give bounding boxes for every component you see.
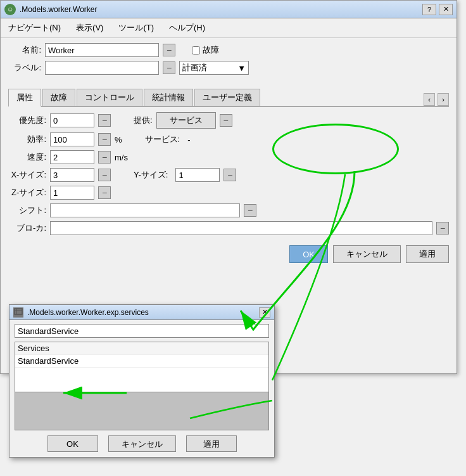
shift-input[interactable] bbox=[50, 203, 240, 217]
label-minus-btn[interactable]: − bbox=[163, 61, 175, 74]
ysize-section: Y-サイズ: − bbox=[134, 168, 236, 182]
chevron-down-icon: ▼ bbox=[237, 63, 246, 73]
tab-nav-right-btn[interactable]: › bbox=[438, 93, 449, 106]
broker-label: ブロ-カ: bbox=[8, 222, 46, 234]
priority-minus-btn[interactable]: − bbox=[98, 114, 111, 127]
main-bottom-buttons: OK キャンセル 適用 bbox=[1, 240, 457, 268]
xsize-row: X-サイズ: − Y-サイズ: − bbox=[8, 168, 449, 182]
sub-apply-button[interactable]: 適用 bbox=[186, 435, 237, 452]
efficiency-input[interactable] bbox=[50, 132, 94, 146]
tab-nav: ‹ › bbox=[424, 93, 449, 106]
speed-row: 速度: − m/s bbox=[8, 150, 449, 164]
tabs-container: 属性 故障 コントロール 統計情報 ユーザー定義 ‹ › bbox=[8, 86, 449, 107]
sub-ok-button[interactable]: OK bbox=[47, 435, 98, 452]
tab-control[interactable]: コントロール bbox=[77, 89, 142, 106]
sub-expression-input[interactable] bbox=[15, 324, 269, 338]
offer-section: 提供: サービス − bbox=[134, 112, 232, 129]
name-input[interactable] bbox=[45, 43, 159, 57]
menu-tools[interactable]: ツール(T) bbox=[116, 21, 156, 35]
shift-minus-btn[interactable]: − bbox=[244, 204, 256, 217]
priority-input[interactable] bbox=[50, 113, 94, 127]
label-label: ラベル: bbox=[8, 62, 41, 74]
xsize-label: X-サイズ: bbox=[8, 169, 46, 181]
sub-input-row bbox=[9, 320, 274, 342]
speed-label: 速度: bbox=[8, 151, 46, 163]
sub-close-button[interactable]: ✕ bbox=[259, 307, 270, 318]
list-item[interactable]: Services bbox=[15, 342, 268, 355]
window-title: .Models.worker.Worker bbox=[20, 5, 422, 14]
apply-button[interactable]: 適用 bbox=[406, 245, 449, 263]
efficiency-minus-btn[interactable]: − bbox=[98, 133, 111, 146]
sub-cancel-button[interactable]: キャンセル bbox=[108, 435, 176, 452]
xsize-minus-btn[interactable]: − bbox=[98, 169, 111, 181]
sub-bottom-buttons: OK キャンセル 適用 bbox=[9, 430, 274, 457]
zsize-row: Z-サイズ: − bbox=[8, 186, 449, 200]
sub-window-title: .Models.worker.Worker.exp.services bbox=[27, 308, 259, 317]
form-area: 名前: − 故障 ラベル: − 計画済 ▼ bbox=[1, 38, 457, 84]
name-minus-btn[interactable]: − bbox=[163, 44, 175, 56]
title-bar: ☺ .Models.worker.Worker ? ✕ bbox=[1, 1, 457, 18]
fault-area: 故障 bbox=[192, 44, 219, 56]
speed-minus-btn[interactable]: − bbox=[98, 151, 111, 164]
attr-panel: 優先度: − 提供: サービス − 効率: − % サービス: - 速度: − bbox=[8, 112, 449, 235]
label-row: ラベル: − 計画済 ▼ bbox=[8, 61, 449, 75]
menu-navigate[interactable]: ナビゲート(N) bbox=[6, 21, 63, 35]
fault-label: 故障 bbox=[203, 44, 219, 56]
ysize-minus-btn[interactable]: − bbox=[224, 169, 236, 181]
list-item[interactable]: StandardService bbox=[15, 355, 268, 368]
name-row: 名前: − 故障 bbox=[8, 43, 449, 57]
svg-rect-0 bbox=[15, 309, 22, 314]
priority-label: 優先度: bbox=[8, 115, 46, 126]
ysize-label: Y-サイズ: bbox=[134, 169, 168, 181]
sub-gray-area bbox=[15, 392, 269, 430]
status-dropdown[interactable]: 計画済 ▼ bbox=[179, 61, 249, 75]
tab-fault[interactable]: 故障 bbox=[42, 89, 75, 106]
window-icon: ☺ bbox=[4, 4, 16, 15]
efficiency-row: 効率: − % サービス: - bbox=[8, 132, 449, 146]
tab-user-defined[interactable]: ユーザー定義 bbox=[194, 89, 260, 106]
menu-help[interactable]: ヘルプ(H) bbox=[167, 21, 208, 35]
shift-row: シフト: − bbox=[8, 203, 449, 217]
offer-label: 提供: bbox=[134, 115, 153, 126]
sub-list: Services StandardService bbox=[15, 342, 269, 392]
zsize-input[interactable] bbox=[50, 186, 94, 200]
fault-checkbox[interactable] bbox=[192, 46, 200, 55]
name-label: 名前: bbox=[8, 44, 41, 56]
shift-label: シフト: bbox=[8, 205, 46, 216]
offer-minus-btn[interactable]: − bbox=[220, 114, 232, 127]
tab-stats[interactable]: 統計情報 bbox=[144, 89, 193, 106]
status-value: 計画済 bbox=[182, 62, 207, 74]
menu-view[interactable]: 表示(V) bbox=[73, 21, 106, 35]
broker-row: ブロ-カ: − bbox=[8, 221, 449, 235]
sub-dialog: .Models.worker.Worker.exp.services ✕ Ser… bbox=[9, 304, 275, 458]
xsize-input[interactable] bbox=[50, 168, 94, 182]
label-input[interactable] bbox=[45, 61, 159, 75]
zsize-label: Z-サイズ: bbox=[8, 187, 46, 198]
tab-nav-left-btn[interactable]: ‹ bbox=[424, 93, 435, 106]
efficiency-label: 効率: bbox=[8, 134, 46, 145]
ysize-input[interactable] bbox=[175, 168, 220, 182]
broker-input[interactable] bbox=[50, 221, 432, 235]
efficiency-unit: % bbox=[115, 135, 122, 145]
close-button[interactable]: ✕ bbox=[439, 4, 453, 15]
broker-minus-btn[interactable]: − bbox=[436, 222, 449, 235]
tab-attributes[interactable]: 属性 bbox=[8, 89, 41, 107]
title-bar-buttons: ? ✕ bbox=[422, 4, 453, 15]
service-value: - bbox=[187, 135, 190, 145]
service-section: サービス: - bbox=[145, 134, 191, 145]
cancel-button[interactable]: キャンセル bbox=[333, 245, 401, 263]
speed-input[interactable] bbox=[50, 150, 94, 164]
services-button[interactable]: サービス bbox=[156, 112, 216, 129]
zsize-minus-btn[interactable]: − bbox=[98, 186, 111, 199]
speed-unit: m/s bbox=[115, 153, 128, 162]
sub-title-bar: .Models.worker.Worker.exp.services ✕ bbox=[9, 305, 274, 320]
sub-window-icon bbox=[13, 307, 23, 318]
service-label: サービス: bbox=[145, 134, 180, 145]
menu-bar: ナビゲート(N) 表示(V) ツール(T) ヘルプ(H) bbox=[1, 18, 457, 38]
ok-button[interactable]: OK bbox=[289, 245, 328, 263]
help-button[interactable]: ? bbox=[422, 4, 436, 15]
priority-row: 優先度: − 提供: サービス − bbox=[8, 112, 449, 129]
